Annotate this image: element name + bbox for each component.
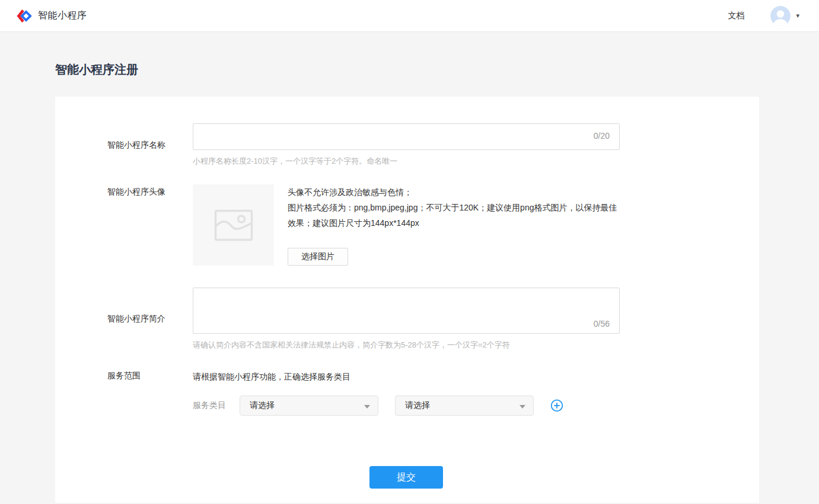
brand[interactable]: 智能小程序 [17,8,87,24]
avatar-upload-placeholder[interactable] [193,184,274,266]
intro-row: 智能小程序简介 0/56 请确认简介内容不含国家相关法律法规禁止内容，简介字数为… [55,288,759,350]
image-placeholder-icon [214,209,253,241]
avatar-rule-line2: 图片格式必须为：png,bmp,jpeg,jpg；不可大于120K；建议使用pn… [288,200,620,231]
scope-hint-text: 请根据智能小程序功能，正确选择服务类目 [193,371,620,382]
add-category-button[interactable] [550,399,563,412]
submit-button[interactable]: 提交 [369,466,443,489]
category-label: 服务类目 [193,400,226,411]
registration-card: 智能小程序名称 0/20 小程序名称长度2-10汉字，一个汉字等于2个字符。命名… [55,97,759,503]
name-input-wrap: 0/20 [193,123,620,150]
name-row: 智能小程序名称 0/20 小程序名称长度2-10汉字，一个汉字等于2个字符。命名… [55,123,759,167]
user-menu[interactable]: ▾ [770,6,799,26]
choose-image-button[interactable]: 选择图片 [288,248,348,266]
intro-char-counter: 0/56 [594,319,610,328]
name-input[interactable] [193,124,619,149]
category-select-1-value: 请选择 [250,400,275,411]
submit-row: 提交 [193,466,620,489]
avatar-rule-line1: 头像不允许涉及政治敏感与色情； [288,184,620,200]
avatar-row: 智能小程序头像 头像不允许涉及政治敏感与色情； [55,184,759,266]
name-char-counter: 0/20 [594,131,610,141]
plus-circle-icon [550,399,563,412]
scope-row: 服务范围 请根据智能小程序功能，正确选择服务类目 服务类目 请选择 请选择 [55,371,759,416]
scope-label: 服务范围 [107,371,193,416]
intro-textarea[interactable] [193,288,619,333]
name-label: 智能小程序名称 [107,140,193,151]
page-title: 智能小程序注册 [55,62,819,78]
name-helper-text: 小程序名称长度2-10汉字，一个汉字等于2个字符。命名唯一 [193,156,620,167]
smart-program-logo-icon [17,8,32,24]
chevron-down-icon [520,405,525,409]
category-select-2[interactable]: 请选择 [395,395,534,416]
chevron-down-icon [364,405,370,409]
docs-link[interactable]: 文档 [728,11,744,21]
avatar-label: 智能小程序头像 [107,184,193,266]
category-select-2-value: 请选择 [405,400,430,411]
intro-label: 智能小程序简介 [107,314,193,324]
intro-helper-text: 请确认简介内容不含国家相关法律法规禁止内容，简介字数为5-28个汉字，一个汉字=… [193,340,620,350]
chevron-down-icon[interactable]: ▾ [796,12,799,19]
registration-form: 智能小程序名称 0/20 小程序名称长度2-10汉字，一个汉字等于2个字符。命名… [55,97,759,489]
brand-name: 智能小程序 [38,9,87,22]
top-header: 智能小程序 文档 ▾ [0,0,819,32]
category-select-1[interactable]: 请选择 [240,395,378,416]
intro-textarea-wrap: 0/56 [193,288,620,334]
category-line: 服务类目 请选择 请选择 [193,395,620,416]
user-avatar[interactable] [770,6,791,26]
